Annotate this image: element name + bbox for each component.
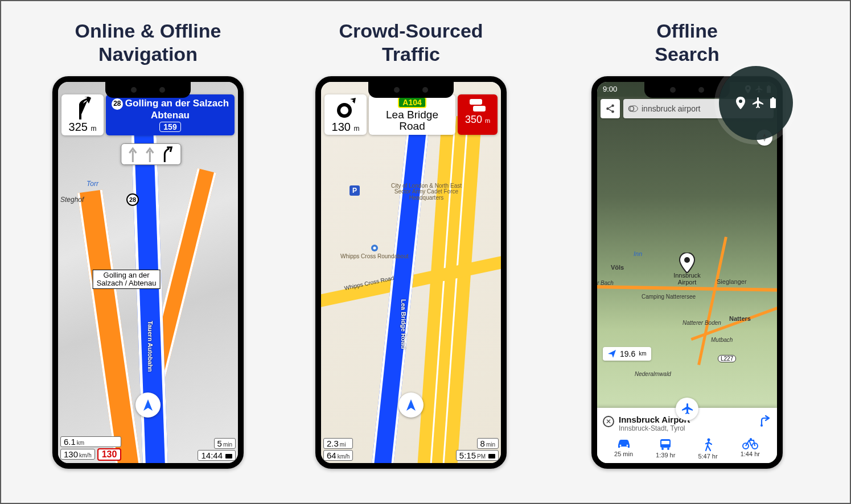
position-arrow-icon bbox=[404, 398, 418, 412]
svg-point-16 bbox=[684, 257, 690, 263]
route-shield-28: 28 bbox=[126, 193, 139, 206]
mode-bus[interactable]: 1:39 hr bbox=[656, 438, 675, 460]
maneuver-distance: 325 m bbox=[69, 121, 97, 134]
svg-rect-3 bbox=[470, 99, 482, 105]
forest-nederalm: Nederalmwald bbox=[635, 371, 671, 377]
status-time: 9:00 bbox=[603, 85, 617, 93]
svg-point-12 bbox=[606, 107, 609, 110]
svg-point-14 bbox=[629, 106, 634, 111]
share-button[interactable] bbox=[601, 99, 620, 118]
town-natters: Natters bbox=[729, 315, 751, 322]
parking-icon: P bbox=[350, 185, 360, 196]
airplane-mode-icon bbox=[751, 97, 764, 109]
distance-chip: 19.6km bbox=[603, 347, 651, 361]
maneuver-box: 130 m bbox=[324, 94, 367, 135]
guidance-header: 325 m 28Golling an der Salzach Abtenau 1… bbox=[61, 94, 235, 135]
panel-title-traffic: Crowd-Sourced Traffic bbox=[297, 19, 525, 66]
phone-notch bbox=[644, 82, 730, 98]
svg-point-24 bbox=[707, 438, 710, 441]
battery-icon bbox=[770, 97, 776, 109]
stat-remaining-distance: 6.1km bbox=[60, 436, 121, 447]
destination-sign: 28Golling an der Salzach Abtenau 159 bbox=[106, 94, 235, 135]
car-icon bbox=[616, 438, 631, 449]
river-inn: Inn bbox=[634, 250, 642, 257]
svg-point-19 bbox=[626, 444, 628, 446]
stat-eta-minutes: 5min bbox=[214, 438, 236, 449]
maneuver-distance: 130 m bbox=[332, 121, 360, 134]
stat-clock: 14:44 bbox=[198, 450, 236, 461]
town-sieglanger: Sieglanger bbox=[717, 278, 747, 285]
mode-walk[interactable]: 5:47 hr bbox=[698, 438, 717, 460]
directions-icon bbox=[759, 415, 771, 427]
poi-roundabout: Whipps Cross Roundabout bbox=[340, 243, 409, 260]
river-raitiserbach: r Bach bbox=[597, 280, 614, 286]
battery-icon bbox=[488, 454, 495, 458]
poi-camping: Camping Natterersee bbox=[642, 294, 696, 300]
directions-button[interactable] bbox=[759, 415, 771, 429]
mode-bike[interactable]: 1:44 hr bbox=[741, 438, 760, 460]
battery-icon bbox=[225, 454, 232, 458]
maneuver-box: 325 m bbox=[61, 94, 104, 135]
svg-rect-6 bbox=[770, 98, 776, 108]
svg-point-23 bbox=[667, 448, 669, 450]
exit-badge: 159 bbox=[159, 122, 180, 132]
svg-point-5 bbox=[739, 100, 742, 103]
lane-assist bbox=[121, 143, 181, 165]
town-label-steghof: Steghof bbox=[60, 196, 84, 204]
river-mutbach: Mutbach bbox=[711, 337, 733, 343]
nav-bottom-bar: 2.3mi 64km/h 8min 5:15PM bbox=[321, 436, 501, 463]
route-shield-l227: L227 bbox=[718, 355, 736, 362]
sheet-handle[interactable] bbox=[676, 398, 698, 420]
search-query-text: innsbruck airport bbox=[642, 104, 701, 113]
nav-position-cursor bbox=[398, 393, 424, 418]
status-highlight-bubble bbox=[719, 66, 793, 140]
svg-point-1 bbox=[373, 246, 376, 249]
poi-cadet-hq: City of London & North East Sector Army … bbox=[378, 183, 475, 201]
close-result-button[interactable]: ✕ bbox=[603, 416, 614, 427]
svg-point-2 bbox=[339, 105, 350, 116]
nav-bottom-bar: 6.1km 130km/h 130 5min 14:44 bbox=[58, 434, 238, 463]
lane-straight-icon bbox=[128, 146, 137, 162]
svg-point-22 bbox=[661, 448, 664, 450]
stat-current-speed: 130km/h bbox=[60, 449, 95, 460]
svg-point-11 bbox=[611, 104, 614, 107]
map-pin-icon bbox=[679, 253, 695, 273]
svg-point-27 bbox=[750, 438, 752, 440]
lane-straight-icon bbox=[145, 146, 154, 162]
lane-exit-right-icon bbox=[162, 146, 174, 162]
town-vols: Völs bbox=[611, 264, 624, 271]
roundabout-exit-icon bbox=[334, 97, 357, 121]
mode-car[interactable]: 25 min bbox=[614, 438, 633, 460]
traffic-warning-box: 350 m bbox=[458, 94, 498, 135]
phone-notch bbox=[105, 82, 191, 98]
road-label-lea-bridge: Lea Bridge Road bbox=[400, 299, 407, 349]
svg-point-13 bbox=[611, 110, 614, 113]
bus-icon bbox=[659, 438, 672, 451]
walk-icon bbox=[704, 438, 713, 452]
guidance-header: 130 m A104 Lea Bridge Road 350 m bbox=[324, 94, 498, 135]
panel-title-search: Offline Search bbox=[562, 19, 812, 66]
town-natterer-boden: Natterer Boden bbox=[683, 320, 721, 326]
traffic-jam-icon bbox=[466, 97, 489, 114]
stat-clock: 5:15PM bbox=[456, 450, 499, 461]
map-exit-sign: Golling an der Salzach / Abtenau bbox=[93, 270, 161, 290]
phone-navigation: Tauern Autobahn Steghof Torr 28 Golling … bbox=[52, 76, 244, 469]
bike-icon bbox=[742, 438, 758, 449]
transport-mode-row: 25 min 1:39 hr 5:47 hr 1:44 hr bbox=[603, 438, 771, 460]
panel-title-navigation: Online & Offline Navigation bbox=[34, 19, 262, 66]
share-icon bbox=[605, 104, 615, 114]
road-code-badge: A104 bbox=[398, 97, 426, 108]
search-result-sheet: ✕ Innsbruck Airport Innsbruck-Stadt, Tyr… bbox=[597, 408, 777, 463]
svg-point-17 bbox=[760, 424, 763, 427]
road-sign: A104 Lea Bridge Road bbox=[369, 94, 455, 135]
search-result-pin[interactable]: InnsbruckAirport bbox=[679, 253, 695, 275]
stat-eta-minutes: 8min bbox=[477, 438, 499, 449]
result-subtitle: Innsbruck-Stadt, Tyrol bbox=[619, 424, 690, 432]
phone-notch bbox=[368, 82, 454, 98]
phone-traffic: Lea Bridge Road Whipps Cross Road Whipps… bbox=[315, 76, 507, 469]
location-pin-icon bbox=[735, 97, 746, 109]
navigate-arrow-icon bbox=[607, 349, 616, 358]
search-glyph-icon bbox=[628, 105, 638, 113]
nav-position-cursor bbox=[135, 393, 161, 418]
airplane-icon bbox=[681, 403, 693, 415]
